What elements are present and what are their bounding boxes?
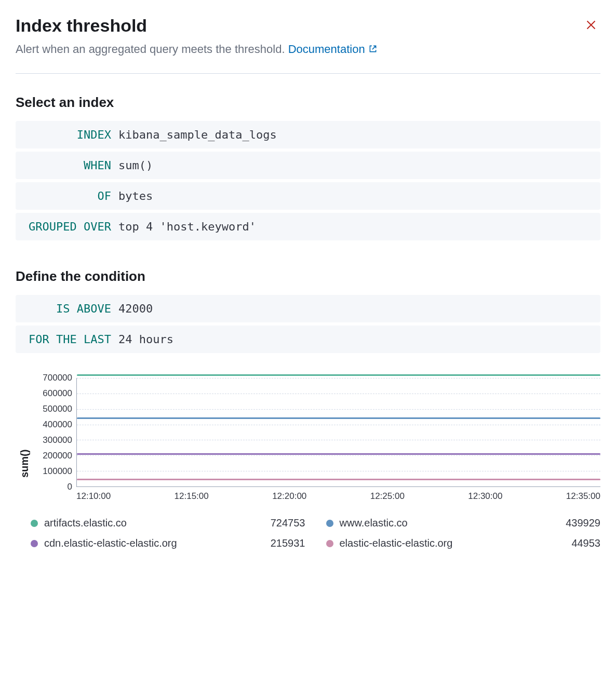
x-tick: 12:10:00 <box>76 491 111 502</box>
legend-item[interactable]: www.elastic.co439929 <box>326 517 601 529</box>
documentation-link[interactable]: Documentation <box>288 43 378 56</box>
legend-name: artifacts.elastic.co <box>44 517 271 529</box>
expr-key: IS ABOVE <box>25 302 118 315</box>
grid-line <box>77 394 600 394</box>
grid-line <box>77 455 600 456</box>
legend-swatch <box>31 540 38 547</box>
expr-value: 24 hours <box>118 333 173 346</box>
page-subtitle: Alert when an aggregated query meets the… <box>16 43 600 57</box>
expr-value: kibana_sample_data_logs <box>118 128 277 141</box>
grid-line <box>77 471 600 471</box>
y-tick: 600000 <box>43 388 72 399</box>
x-tick: 12:20:00 <box>272 491 306 502</box>
select-index-heading: Select an index <box>16 94 600 111</box>
legend-value: 724753 <box>271 517 305 529</box>
legend-name: www.elastic.co <box>340 517 566 529</box>
expr-value: 42000 <box>118 302 153 315</box>
expr-key: FOR THE LAST <box>25 333 118 346</box>
expr-value: sum() <box>118 159 153 172</box>
define-condition-heading: Define the condition <box>16 268 600 285</box>
y-tick: 700000 <box>43 373 72 383</box>
y-tick: 300000 <box>43 435 72 445</box>
divider <box>16 73 600 74</box>
index-expr-row-2[interactable]: OFbytes <box>16 182 600 210</box>
legend-item[interactable]: artifacts.elastic.co724753 <box>31 517 305 529</box>
expr-value: top 4 'host.keyword' <box>118 220 256 233</box>
external-link-icon <box>368 43 378 57</box>
condition-expr-row-0[interactable]: IS ABOVE42000 <box>16 295 600 322</box>
grid-line <box>77 409 600 410</box>
expr-value: bytes <box>118 189 153 202</box>
index-expr-row-1[interactable]: WHENsum() <box>16 152 600 179</box>
page-title: Index threshold <box>16 16 147 36</box>
series-line <box>77 479 600 480</box>
grid-line <box>77 440 600 440</box>
index-expr-row-3[interactable]: GROUPED OVERtop 4 'host.keyword' <box>16 213 600 240</box>
legend-value: 44953 <box>571 537 600 549</box>
index-expr-row-0[interactable]: INDEXkibana_sample_data_logs <box>16 121 600 148</box>
y-axis-label: sum() <box>16 378 31 549</box>
x-tick: 12:30:00 <box>468 491 502 502</box>
series-line <box>77 417 600 419</box>
close-icon[interactable] <box>582 16 600 36</box>
legend-item[interactable]: cdn.elastic-elastic-elastic.org215931 <box>31 537 305 549</box>
legend-swatch <box>326 520 333 527</box>
grid-line <box>77 425 600 425</box>
legend-value: 439929 <box>566 517 600 529</box>
x-tick: 12:35:00 <box>566 491 600 502</box>
legend-name: cdn.elastic-elastic-elastic.org <box>44 537 271 549</box>
expr-key: OF <box>25 189 118 202</box>
legend-swatch <box>31 520 38 527</box>
legend-value: 215931 <box>271 537 305 549</box>
y-tick: 400000 <box>43 419 72 430</box>
legend-item[interactable]: elastic-elastic-elastic.org44953 <box>326 537 601 549</box>
x-tick: 12:25:00 <box>370 491 405 502</box>
condition-expr-row-1[interactable]: FOR THE LAST24 hours <box>16 326 600 353</box>
threshold-chart: sum() 0100000200000300000400000500000600… <box>16 378 600 549</box>
legend-name: elastic-elastic-elastic.org <box>340 537 572 549</box>
x-tick: 12:15:00 <box>175 491 209 502</box>
series-line <box>77 374 600 376</box>
y-tick: 0 <box>68 482 72 492</box>
y-tick: 200000 <box>43 451 72 461</box>
grid-line <box>77 378 600 378</box>
legend-swatch <box>326 540 333 547</box>
expr-key: WHEN <box>25 159 118 172</box>
series-line <box>77 453 600 455</box>
expr-key: INDEX <box>25 128 118 141</box>
y-tick: 100000 <box>43 466 72 477</box>
y-tick: 500000 <box>43 404 72 414</box>
expr-key: GROUPED OVER <box>25 220 118 233</box>
